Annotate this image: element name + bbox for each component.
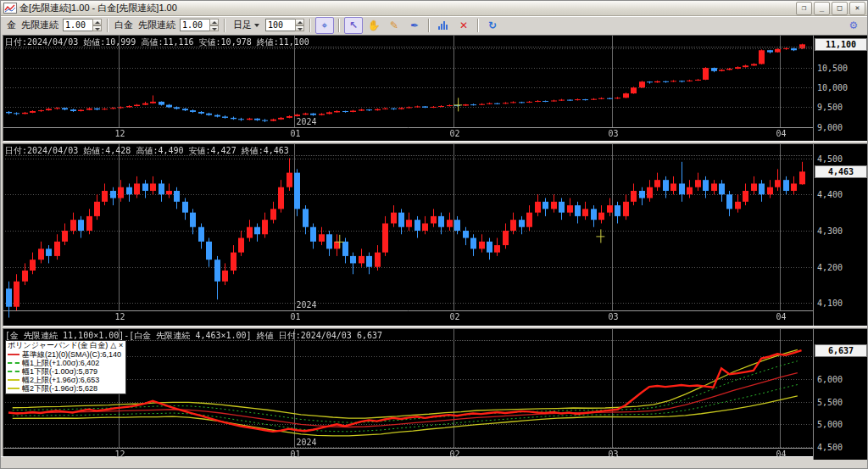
refresh-button[interactable]: ↻ — [483, 17, 502, 34]
pencil-icon: ✎ — [390, 20, 398, 31]
legend-line-swatch — [8, 354, 19, 355]
toolbar: 金 先限連続 白金 先限連続 日足 ⌖ ↖ ✋ ✎ ✒ — [1, 16, 867, 33]
x-axis-month-label: 02 — [450, 129, 460, 138]
x-axis-month-label: 04 — [776, 312, 787, 321]
status-bar — [1, 456, 867, 468]
y-axis-tick-label: 9,500 — [817, 103, 843, 112]
y-axis-tick-label: 10,500 — [817, 64, 848, 73]
platinum-info-line: 日付:2024/04/03 始値:4,428 高値:4,490 安値:4,427… — [5, 145, 812, 156]
scale-tool-button[interactable]: ⌖ — [315, 17, 334, 34]
chart-type-button[interactable] — [434, 17, 453, 34]
x-axis-month-label: 01 — [291, 449, 301, 459]
toolbar-separator — [477, 19, 479, 32]
legend-item: 幅2下限(-1.96σ):5,628 — [8, 384, 123, 393]
platinum-series-label: 先限連続 — [138, 19, 175, 31]
maximize-button[interactable]: □ — [832, 2, 848, 15]
gold-ratio-input[interactable] — [63, 19, 92, 31]
gold-chart-panel: 日付:2024/04/03 始値:10,999 高値:11,116 安値:10,… — [3, 35, 868, 142]
legend-line-swatch — [8, 379, 19, 381]
legend-item-label: 幅2下限(-1.96σ):5,628 — [22, 383, 97, 394]
cursor-tool-button[interactable]: ↖ — [344, 17, 363, 34]
pan-tool-button[interactable]: ✋ — [364, 17, 383, 34]
legend-line-swatch — [8, 388, 19, 389]
platinum-ratio-down-button[interactable] — [209, 25, 219, 32]
x-axis-month-label: 04 — [776, 129, 787, 138]
gold-y-axis: 11,100 10,50010,0009,5009,000 — [813, 36, 868, 141]
period-label: 日足 — [233, 19, 252, 31]
gold-chart-canvas[interactable] — [3, 36, 814, 141]
legend-line-swatch — [8, 371, 19, 372]
draw-tool-button[interactable]: ✎ — [385, 17, 403, 34]
spread-y-axis: 6,637 6,0005,5005,0004,500 — [813, 329, 868, 460]
scale-icon: ⌖ — [322, 20, 328, 31]
bar-count-down-button[interactable] — [295, 25, 304, 32]
bar-count-spinner — [265, 19, 304, 31]
gold-series-label: 先限連続 — [21, 19, 58, 31]
platinum-ratio-up-button[interactable] — [209, 19, 219, 25]
hand-icon: ✋ — [368, 20, 381, 31]
period-dropdown[interactable]: 日足 — [231, 18, 262, 32]
platinum-chart-panel: 日付:2024/04/03 始値:4,428 高値:4,490 安値:4,427… — [3, 143, 868, 327]
y-axis-tick-label: 4,200 — [817, 263, 843, 272]
y-axis-tick-label: 4,300 — [817, 226, 843, 236]
gold-last-price: 11,100 — [815, 38, 867, 51]
y-axis-tick-label: 10,000 — [817, 83, 848, 92]
title-bar: 金[先限連続]1.00 - 白金[先限連続]1.00 ❐ _ □ ✕ — [1, 1, 867, 16]
popout-window-button[interactable]: ❐ — [796, 2, 812, 15]
gold-ratio-up-button[interactable] — [92, 19, 102, 25]
legend-line-swatch — [8, 362, 19, 364]
toolbar-separator — [107, 19, 108, 32]
spread-chart-panel: [金 先限連続 11,100×1.00]-[白金 先限連続 4,463×1.00… — [3, 328, 868, 461]
toolbar-separator — [224, 19, 225, 32]
wrench-icon: ⚙ — [849, 20, 859, 31]
x-axis-month-label: 12 — [115, 129, 125, 138]
bar-count-input[interactable] — [265, 19, 295, 31]
y-axis-tick-label: 5,000 — [817, 420, 843, 429]
window-title: 金[先限連続]1.00 - 白金[先限連続]1.00 — [19, 2, 794, 14]
x-axis-month-label: 12 — [115, 312, 125, 321]
toolbar-separator — [428, 19, 430, 32]
x-axis-month-label: 03 — [609, 449, 619, 459]
delete-drawings-button[interactable]: ✕ — [454, 17, 473, 34]
cursor-icon: ↖ — [349, 20, 358, 31]
spread-last-price: 6,637 — [815, 344, 867, 357]
platinum-last-price: 4,463 — [815, 165, 867, 178]
x-axis-month-label: 04 — [776, 449, 787, 459]
platinum-y-axis: 4,463 4,5004,4004,3004,2004,100 — [813, 144, 868, 326]
toolbar-separator — [338, 19, 340, 32]
annotate-tool-button[interactable]: ✒ — [405, 17, 424, 34]
x-axis-month-label: 03 — [609, 129, 619, 138]
gold-ratio-down-button[interactable] — [92, 25, 102, 32]
x-axis-month-label: 02 — [450, 312, 460, 321]
x-axis-month-label: 03 — [609, 312, 619, 321]
refresh-icon: ↻ — [488, 20, 497, 31]
x-axis-month-label: 02 — [450, 449, 460, 459]
y-axis-tick-label: 6,000 — [817, 375, 843, 384]
y-axis-tick-label: 9,000 — [817, 123, 843, 132]
platinum-chart-canvas[interactable] — [3, 144, 814, 326]
y-axis-tick-label: 4,100 — [817, 299, 843, 308]
platinum-ratio-spinner — [180, 19, 219, 31]
platinum-ratio-input[interactable] — [180, 19, 209, 31]
y-axis-tick-label: 5,500 — [817, 398, 843, 407]
bollinger-legend[interactable]: ボリンジャーバンド(金 白金) △ × 基準線(21)(0)(SMA)(C):6… — [5, 340, 126, 394]
app-window: 金[先限連続]1.00 - 白金[先限連続]1.00 ❐ _ □ ✕ 金 先限連… — [0, 0, 868, 469]
minimize-button[interactable]: _ — [814, 2, 830, 15]
close-button[interactable]: ✕ — [849, 2, 865, 15]
delete-x-icon: ✕ — [459, 20, 468, 31]
platinum-label: 白金 — [114, 19, 133, 31]
toolbar-separator — [309, 19, 311, 32]
chart-line-icon — [3, 3, 17, 14]
gold-label: 金 — [7, 19, 16, 31]
y-axis-tick-label: 4,400 — [817, 190, 843, 199]
x-axis-month-label: 01 — [291, 129, 301, 138]
gold-info-line: 日付:2024/04/03 始値:10,999 高値:11,116 安値:10,… — [5, 36, 812, 47]
chevron-down-icon — [254, 24, 259, 27]
y-axis-tick-label: 4,500 — [817, 154, 843, 164]
y-axis-tick-label: 4,500 — [817, 443, 843, 452]
x-axis-month-label: 12 — [115, 449, 125, 459]
gold-ratio-spinner — [63, 19, 102, 31]
bar-count-up-button[interactable] — [295, 19, 304, 25]
settings-button[interactable]: ⚙ — [844, 17, 863, 34]
bar-chart-icon — [438, 21, 448, 30]
